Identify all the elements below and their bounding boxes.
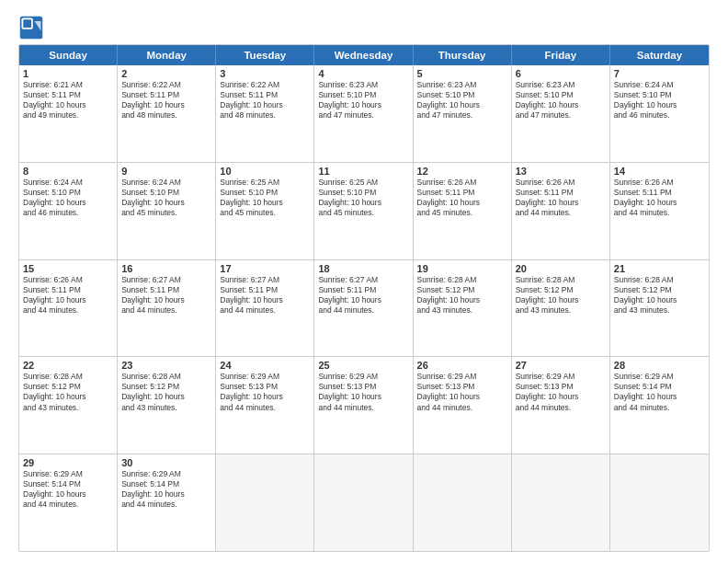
day-number: 27	[516, 360, 606, 371]
header-day-thursday: Thursday	[414, 45, 512, 65]
header-day-sunday: Sunday	[19, 45, 118, 65]
cell-daylight-info: Sunrise: 6:24 AM Sunset: 5:10 PM Dayligh…	[614, 80, 705, 121]
cell-daylight-info: Sunrise: 6:29 AM Sunset: 5:13 PM Dayligh…	[220, 372, 310, 412]
calendar-cell-7: 7Sunrise: 6:24 AM Sunset: 5:10 PM Daylig…	[610, 65, 709, 162]
calendar-cell-19: 19Sunrise: 6:28 AM Sunset: 5:12 PM Dayli…	[414, 260, 512, 357]
cell-daylight-info: Sunrise: 6:26 AM Sunset: 5:11 PM Dayligh…	[614, 178, 705, 218]
day-number: 11	[318, 166, 408, 177]
calendar-cell-28: 28Sunrise: 6:29 AM Sunset: 5:14 PM Dayli…	[610, 357, 709, 454]
calendar-cell-1: 1Sunrise: 6:21 AM Sunset: 5:11 PM Daylig…	[19, 65, 118, 162]
calendar-cell-16: 16Sunrise: 6:27 AM Sunset: 5:11 PM Dayli…	[118, 260, 216, 357]
cell-daylight-info: Sunrise: 6:23 AM Sunset: 5:10 PM Dayligh…	[516, 80, 606, 121]
logo	[18, 15, 48, 40]
calendar-cell-22: 22Sunrise: 6:28 AM Sunset: 5:12 PM Dayli…	[19, 357, 118, 454]
cell-daylight-info: Sunrise: 6:29 AM Sunset: 5:13 PM Dayligh…	[516, 372, 606, 412]
day-number: 17	[220, 263, 310, 274]
calendar-cell-17: 17Sunrise: 6:27 AM Sunset: 5:11 PM Dayli…	[216, 260, 314, 357]
calendar-body: 1Sunrise: 6:21 AM Sunset: 5:11 PM Daylig…	[19, 65, 709, 551]
day-number: 20	[516, 263, 606, 274]
day-number: 18	[318, 263, 408, 274]
cell-daylight-info: Sunrise: 6:29 AM Sunset: 5:14 PM Dayligh…	[121, 469, 211, 510]
header-day-saturday: Saturday	[610, 45, 709, 65]
calendar-cell-8: 8Sunrise: 6:24 AM Sunset: 5:10 PM Daylig…	[19, 163, 118, 259]
calendar-cell-4: 4Sunrise: 6:23 AM Sunset: 5:10 PM Daylig…	[314, 65, 413, 162]
calendar-cell-29: 29Sunrise: 6:29 AM Sunset: 5:14 PM Dayli…	[19, 454, 118, 551]
calendar-cell-9: 9Sunrise: 6:24 AM Sunset: 5:10 PM Daylig…	[118, 163, 216, 259]
calendar-cell-25: 25Sunrise: 6:29 AM Sunset: 5:13 PM Dayli…	[314, 357, 413, 454]
calendar-cell-30: 30Sunrise: 6:29 AM Sunset: 5:14 PM Dayli…	[118, 454, 216, 551]
day-number: 30	[121, 457, 211, 468]
day-number: 7	[614, 68, 705, 79]
day-number: 4	[318, 68, 408, 79]
calendar-week-1: 1Sunrise: 6:21 AM Sunset: 5:11 PM Daylig…	[19, 65, 709, 163]
calendar-cell-empty-2	[216, 454, 314, 551]
cell-daylight-info: Sunrise: 6:28 AM Sunset: 5:12 PM Dayligh…	[23, 372, 113, 412]
cell-daylight-info: Sunrise: 6:23 AM Sunset: 5:10 PM Dayligh…	[417, 80, 507, 121]
cell-daylight-info: Sunrise: 6:29 AM Sunset: 5:14 PM Dayligh…	[614, 372, 705, 412]
cell-daylight-info: Sunrise: 6:27 AM Sunset: 5:11 PM Dayligh…	[220, 275, 310, 316]
calendar-cell-14: 14Sunrise: 6:26 AM Sunset: 5:11 PM Dayli…	[610, 163, 709, 259]
calendar-week-4: 22Sunrise: 6:28 AM Sunset: 5:12 PM Dayli…	[19, 357, 709, 454]
cell-daylight-info: Sunrise: 6:29 AM Sunset: 5:14 PM Dayligh…	[23, 469, 113, 510]
day-number: 29	[23, 457, 113, 468]
cell-daylight-info: Sunrise: 6:27 AM Sunset: 5:11 PM Dayligh…	[318, 275, 408, 316]
header-day-monday: Monday	[118, 45, 216, 65]
cell-daylight-info: Sunrise: 6:29 AM Sunset: 5:13 PM Dayligh…	[318, 372, 408, 412]
day-number: 13	[516, 166, 606, 177]
calendar-cell-20: 20Sunrise: 6:28 AM Sunset: 5:12 PM Dayli…	[512, 260, 610, 357]
day-number: 24	[220, 360, 310, 371]
cell-daylight-info: Sunrise: 6:28 AM Sunset: 5:12 PM Dayligh…	[417, 275, 507, 316]
day-number: 12	[417, 166, 507, 177]
day-number: 16	[121, 263, 211, 274]
calendar-cell-6: 6Sunrise: 6:23 AM Sunset: 5:10 PM Daylig…	[512, 65, 610, 162]
day-number: 22	[23, 360, 113, 371]
day-number: 14	[614, 166, 705, 177]
calendar-cell-3: 3Sunrise: 6:22 AM Sunset: 5:11 PM Daylig…	[216, 65, 314, 162]
calendar-cell-11: 11Sunrise: 6:25 AM Sunset: 5:10 PM Dayli…	[314, 163, 413, 259]
cell-daylight-info: Sunrise: 6:22 AM Sunset: 5:11 PM Dayligh…	[220, 80, 310, 121]
calendar-cell-24: 24Sunrise: 6:29 AM Sunset: 5:13 PM Dayli…	[216, 357, 314, 454]
calendar: SundayMondayTuesdayWednesdayThursdayFrid…	[18, 44, 710, 552]
header-day-tuesday: Tuesday	[216, 45, 314, 65]
cell-daylight-info: Sunrise: 6:26 AM Sunset: 5:11 PM Dayligh…	[23, 275, 113, 316]
day-number: 15	[23, 263, 113, 274]
day-number: 28	[614, 360, 705, 371]
logo-icon	[18, 15, 44, 40]
cell-daylight-info: Sunrise: 6:25 AM Sunset: 5:10 PM Dayligh…	[220, 178, 310, 218]
calendar-week-5: 29Sunrise: 6:29 AM Sunset: 5:14 PM Dayli…	[19, 454, 709, 551]
day-number: 9	[121, 166, 211, 177]
day-number: 19	[417, 263, 507, 274]
page: SundayMondayTuesdayWednesdayThursdayFrid…	[0, 0, 728, 563]
cell-daylight-info: Sunrise: 6:25 AM Sunset: 5:10 PM Dayligh…	[318, 178, 408, 218]
calendar-cell-15: 15Sunrise: 6:26 AM Sunset: 5:11 PM Dayli…	[19, 260, 118, 357]
day-number: 10	[220, 166, 310, 177]
calendar-week-2: 8Sunrise: 6:24 AM Sunset: 5:10 PM Daylig…	[19, 163, 709, 260]
cell-daylight-info: Sunrise: 6:23 AM Sunset: 5:10 PM Dayligh…	[318, 80, 408, 121]
calendar-cell-18: 18Sunrise: 6:27 AM Sunset: 5:11 PM Dayli…	[314, 260, 413, 357]
cell-daylight-info: Sunrise: 6:26 AM Sunset: 5:11 PM Dayligh…	[417, 178, 507, 218]
cell-daylight-info: Sunrise: 6:28 AM Sunset: 5:12 PM Dayligh…	[516, 275, 606, 316]
day-number: 1	[23, 68, 113, 79]
calendar-header: SundayMondayTuesdayWednesdayThursdayFrid…	[19, 45, 709, 65]
calendar-cell-23: 23Sunrise: 6:28 AM Sunset: 5:12 PM Dayli…	[118, 357, 216, 454]
calendar-cell-empty-3	[314, 454, 413, 551]
day-number: 8	[23, 166, 113, 177]
cell-daylight-info: Sunrise: 6:24 AM Sunset: 5:10 PM Dayligh…	[121, 178, 211, 218]
svg-rect-3	[23, 19, 31, 28]
cell-daylight-info: Sunrise: 6:22 AM Sunset: 5:11 PM Dayligh…	[121, 80, 211, 121]
calendar-cell-empty-6	[610, 454, 709, 551]
calendar-cell-27: 27Sunrise: 6:29 AM Sunset: 5:13 PM Dayli…	[512, 357, 610, 454]
day-number: 21	[614, 263, 705, 274]
cell-daylight-info: Sunrise: 6:27 AM Sunset: 5:11 PM Dayligh…	[121, 275, 211, 316]
calendar-cell-13: 13Sunrise: 6:26 AM Sunset: 5:11 PM Dayli…	[512, 163, 610, 259]
cell-daylight-info: Sunrise: 6:28 AM Sunset: 5:12 PM Dayligh…	[121, 372, 211, 412]
calendar-cell-empty-5	[512, 454, 610, 551]
cell-daylight-info: Sunrise: 6:28 AM Sunset: 5:12 PM Dayligh…	[614, 275, 705, 316]
header-day-friday: Friday	[512, 45, 610, 65]
calendar-cell-10: 10Sunrise: 6:25 AM Sunset: 5:10 PM Dayli…	[216, 163, 314, 259]
cell-daylight-info: Sunrise: 6:21 AM Sunset: 5:11 PM Dayligh…	[23, 80, 113, 121]
day-number: 23	[121, 360, 211, 371]
calendar-cell-12: 12Sunrise: 6:26 AM Sunset: 5:11 PM Dayli…	[414, 163, 512, 259]
calendar-cell-26: 26Sunrise: 6:29 AM Sunset: 5:13 PM Dayli…	[414, 357, 512, 454]
day-number: 3	[220, 68, 310, 79]
